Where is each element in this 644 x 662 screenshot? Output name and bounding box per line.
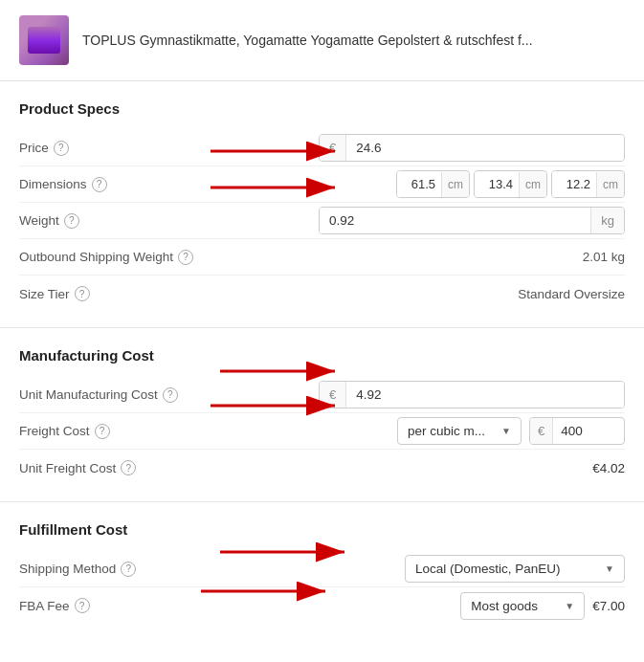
weight-value: kg: [230, 207, 625, 234]
outbound-shipping-weight-label: Outbound Shipping Weight ?: [19, 250, 230, 265]
freight-amount-wrap: €: [529, 417, 625, 445]
dim3-input[interactable]: [552, 171, 596, 197]
freight-cost-help-icon[interactable]: ?: [95, 424, 110, 439]
unit-manufacturing-cost-currency: €: [320, 382, 346, 408]
weight-input-wrap: kg: [319, 207, 625, 234]
product-title: TOPLUS Gymnastikmatte, Yogamatte Yogamat…: [82, 33, 625, 48]
price-label: Price ?: [19, 141, 230, 156]
freight-cost-label: Freight Cost ?: [19, 424, 230, 439]
dimensions-label: Dimensions ?: [19, 177, 230, 192]
dim3-unit: cm: [596, 172, 624, 197]
unit-manufacturing-cost-help-icon[interactable]: ?: [163, 387, 178, 403]
dim1-input[interactable]: [397, 171, 441, 197]
weight-unit: kg: [590, 208, 624, 233]
size-tier-value: Standard Oversize: [230, 287, 625, 301]
product-specs-title: Product Specs: [19, 100, 625, 117]
shipping-method-dropdown-arrow: ▼: [605, 563, 614, 574]
price-input-wrap: €: [319, 134, 625, 162]
unit-freight-cost-value: €4.02: [230, 461, 625, 475]
weight-help-icon[interactable]: ?: [64, 213, 79, 229]
fulfillment-cost-section: Fulfillment Cost Shipping Method ? Local…: [0, 502, 644, 624]
unit-freight-cost-label: Unit Freight Cost ?: [19, 460, 230, 475]
freight-cost-row: Freight Cost ? per cubic m... ▼ €: [19, 413, 625, 450]
unit-manufacturing-cost-input[interactable]: [346, 382, 624, 408]
dim1-unit: cm: [441, 172, 469, 197]
size-tier-label: Size Tier ?: [19, 286, 230, 301]
weight-label: Weight ?: [19, 213, 230, 229]
shipping-method-help-icon[interactable]: ?: [121, 562, 136, 577]
unit-manufacturing-cost-input-wrap: €: [319, 381, 625, 408]
dim2-unit: cm: [519, 172, 546, 197]
unit-freight-cost-display: €4.02: [592, 461, 625, 475]
product-specs-section: Product Specs Price ? € Dimensions ?: [0, 81, 644, 312]
outbound-shipping-weight-display: 2.01 kg: [583, 250, 625, 264]
unit-manufacturing-cost-row: Unit Manufacturing Cost ? €: [19, 377, 625, 413]
shipping-method-dropdown[interactable]: Local (Domestic, PanEU) ▼: [405, 555, 625, 583]
price-currency: €: [320, 135, 346, 161]
freight-currency: €: [530, 418, 553, 444]
freight-amount-input[interactable]: [553, 418, 611, 444]
price-help-icon[interactable]: ?: [54, 141, 69, 156]
product-thumbnail: [19, 15, 69, 65]
fba-fee-help-icon[interactable]: ?: [75, 598, 90, 613]
size-tier-help-icon[interactable]: ?: [75, 286, 90, 301]
product-header: TOPLUS Gymnastikmatte, Yogamatte Yogamat…: [0, 0, 644, 81]
shipping-method-label: Shipping Method ?: [19, 562, 230, 577]
price-value: €: [230, 134, 625, 162]
shipping-method-value: Local (Domestic, PanEU) ▼: [230, 555, 625, 583]
fba-fee-label: FBA Fee ?: [19, 598, 230, 613]
fulfillment-cost-title: Fulfillment Cost: [19, 521, 625, 538]
weight-row: Weight ? kg: [19, 203, 625, 239]
fba-fee-dropdown-label: Most goods: [471, 599, 538, 613]
shipping-method-dropdown-label: Local (Domestic, PanEU): [415, 562, 561, 576]
dim3-wrap: cm: [551, 170, 625, 198]
dim2-input[interactable]: [475, 171, 519, 197]
fba-fee-value: Most goods ▼ €7.00: [230, 592, 625, 620]
freight-cost-dropdown-arrow: ▼: [501, 426, 511, 436]
size-tier-display: Standard Oversize: [518, 287, 625, 301]
unit-manufacturing-cost-value: €: [230, 381, 625, 408]
weight-input[interactable]: [320, 208, 590, 233]
manufacturing-cost-section: Manufacturing Cost Unit Manufacturing Co…: [0, 328, 644, 486]
dimensions-value: cm cm cm: [230, 170, 625, 198]
dimensions-inputs: cm cm cm: [396, 170, 625, 198]
freight-cost-inputs: per cubic m... ▼ €: [397, 417, 625, 445]
size-tier-row: Size Tier ? Standard Oversize: [19, 276, 625, 312]
fba-fee-display: €7.00: [592, 599, 625, 613]
unit-manufacturing-cost-label: Unit Manufacturing Cost ?: [19, 387, 230, 403]
fba-fee-row: FBA Fee ? Most goods ▼ €7.00: [19, 587, 625, 624]
outbound-shipping-weight-value: 2.01 kg: [230, 250, 625, 264]
unit-freight-cost-row: Unit Freight Cost ? €4.02: [19, 450, 625, 486]
dim1-wrap: cm: [396, 170, 470, 198]
price-input[interactable]: [346, 135, 624, 161]
dimensions-row: Dimensions ? cm cm cm: [19, 166, 625, 203]
outbound-shipping-weight-row: Outbound Shipping Weight ? 2.01 kg: [19, 239, 625, 276]
fba-fee-dropdown-arrow: ▼: [565, 601, 574, 611]
shipping-method-row: Shipping Method ? Local (Domestic, PanEU…: [19, 551, 625, 587]
dimensions-help-icon[interactable]: ?: [92, 177, 107, 192]
unit-freight-cost-help-icon[interactable]: ?: [121, 460, 136, 475]
outbound-shipping-weight-help-icon[interactable]: ?: [178, 250, 193, 265]
freight-cost-dropdown-label: per cubic m...: [408, 424, 485, 438]
dim2-wrap: cm: [474, 170, 547, 198]
fba-fee-inputs: Most goods ▼ €7.00: [460, 592, 625, 620]
fba-fee-dropdown[interactable]: Most goods ▼: [460, 592, 585, 620]
freight-cost-value: per cubic m... ▼ €: [230, 417, 625, 445]
price-row: Price ? €: [19, 130, 625, 166]
freight-cost-dropdown[interactable]: per cubic m... ▼: [397, 417, 522, 445]
manufacturing-cost-title: Manufacturing Cost: [19, 347, 625, 364]
